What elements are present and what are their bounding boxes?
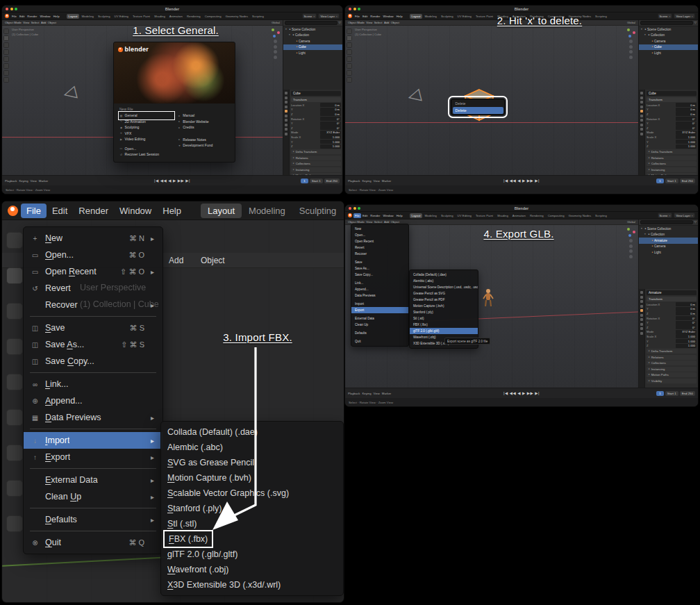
workspace-tab[interactable]: Modeling	[79, 14, 95, 19]
file-menu-item[interactable]: New	[351, 226, 408, 232]
splash-link[interactable]: ▸Manual	[178, 113, 229, 119]
splash-footer-link[interactable]: ▸Release Notes	[178, 137, 229, 143]
expand-icon[interactable]: ▾	[641, 228, 644, 231]
clear-icon[interactable]: ×	[669, 15, 670, 18]
transform-value-field[interactable]: 0 m	[676, 103, 697, 107]
file-menu-item[interactable]: ◫ Save Copy... ▸	[24, 353, 162, 370]
workspace-tab[interactable]: Sculpting	[439, 213, 456, 218]
properties-tab-icon[interactable]	[640, 92, 643, 94]
viewport-menu[interactable]: Object	[48, 21, 56, 24]
pan-button[interactable]	[629, 245, 633, 248]
workspace-tab[interactable]: Layout	[410, 14, 423, 19]
gizmo-y-axis[interactable]	[627, 28, 630, 31]
properties-tab-icon[interactable]	[640, 305, 643, 308]
current-frame-field[interactable]: 1	[656, 179, 663, 183]
outliner-row[interactable]: ▾ ● Light	[639, 249, 698, 256]
workspace-tab[interactable]: Layout	[201, 204, 242, 218]
tool-button[interactable]	[3, 77, 9, 83]
properties-tab-icon[interactable]	[285, 115, 288, 117]
tool-button[interactable]	[347, 28, 352, 34]
outliner-row[interactable]: ▾ ● Scene Collection	[283, 26, 342, 33]
menubar-menu[interactable]: Render	[73, 204, 114, 218]
zoom-button[interactable]	[629, 40, 633, 43]
tool-button[interactable]	[6, 409, 23, 426]
properties-tab-icon[interactable]	[640, 323, 643, 326]
import-menu-item[interactable]: Scalable Vector Graphics (.svg)	[161, 486, 343, 501]
add-menu[interactable]: Add	[169, 256, 183, 265]
file-menu-item[interactable]: External Data	[351, 315, 408, 322]
filter-icon[interactable]: ▽	[339, 22, 341, 25]
outliner-row[interactable]: ▾ ● Collection	[639, 232, 698, 238]
expand-icon[interactable]: ▾	[644, 233, 647, 236]
export-menu-item[interactable]: Grease Pencil as PDF	[410, 297, 478, 303]
clear-icon[interactable]: ×	[313, 15, 315, 18]
tool-button[interactable]	[347, 63, 352, 69]
frame-end-field[interactable]: End 250	[680, 391, 695, 396]
pan-button[interactable]	[274, 45, 277, 49]
file-menu-item[interactable]: ▭ Open Recent ⇧ ⌘ O ▸	[24, 263, 162, 280]
workspace-tab[interactable]: Shading	[152, 14, 167, 19]
properties-tab-icon[interactable]	[640, 106, 643, 108]
properties-tab-icon[interactable]	[285, 133, 288, 135]
properties-tab-icon[interactable]	[640, 110, 643, 113]
transform-value-field[interactable]: 0 m	[676, 307, 697, 311]
current-frame-field[interactable]: 1	[656, 391, 663, 396]
properties-tab-icon[interactable]	[640, 115, 643, 117]
frame-start-field[interactable]: Start 1	[665, 391, 678, 396]
collapsed-section[interactable]: ▸Relations	[291, 156, 341, 160]
workspace-tab[interactable]: Rendering	[528, 213, 546, 218]
collapsed-section[interactable]: ▸Collections	[291, 161, 341, 166]
collapsed-section[interactable]: ▸Motion Paths	[647, 372, 697, 377]
workspace-tab[interactable]: Layout	[67, 14, 80, 19]
navigation-gizmo[interactable]	[626, 28, 635, 59]
workspace-tab[interactable]: Scripting	[250, 14, 266, 19]
properties-tab-icon[interactable]	[285, 101, 288, 103]
menubar-menu[interactable]: File	[353, 213, 361, 218]
transform-value-field[interactable]: 1.000	[676, 344, 697, 348]
splash-link[interactable]: ▸Credits	[178, 124, 229, 131]
outliner-row[interactable]: ▾ ● Scene Collection	[639, 26, 698, 33]
file-menu-item[interactable]: Import	[351, 301, 408, 307]
file-menu-item[interactable]: Data Previews	[351, 292, 408, 299]
workspace-tab[interactable]: UV Editing	[112, 14, 131, 19]
zoom-window-button[interactable]	[358, 8, 360, 10]
export-menu-item[interactable]: Stl (.stl)	[410, 315, 478, 322]
splash-template-item[interactable]: ▶Video Editing	[119, 136, 174, 142]
viewport-menu[interactable]: Object	[391, 21, 399, 24]
export-menu-item[interactable]: Collada (Default) (.dae)	[410, 272, 478, 278]
tool-button[interactable]	[3, 63, 9, 69]
object-menu[interactable]: Object	[201, 256, 225, 265]
view-layer-selector[interactable]: View Layer×	[674, 13, 695, 19]
menubar-menu[interactable]: Window	[381, 213, 394, 218]
menubar-menu[interactable]: File	[353, 14, 361, 19]
properties-tab-icon[interactable]	[285, 124, 288, 126]
gizmo-z-axis[interactable]	[628, 35, 631, 38]
camera-wireframe-icon[interactable]: ◁	[61, 83, 78, 102]
transform-value-field[interactable]: 0°	[320, 122, 341, 126]
collapsed-section[interactable]: ▸Instancing	[291, 167, 341, 172]
menubar-menu[interactable]: Edit	[361, 213, 369, 218]
zoom-button[interactable]	[274, 40, 277, 43]
close-window-button[interactable]	[349, 207, 351, 210]
file-menu-item[interactable]: Append...	[351, 286, 408, 292]
import-menu-item[interactable]: Collada (Default) (.dae)	[161, 424, 343, 440]
properties-tab-icon[interactable]	[640, 133, 643, 135]
gizmo-y-axis[interactable]	[627, 228, 630, 231]
splash-template-item[interactable]: ✳VFX	[119, 131, 174, 137]
outliner-row[interactable]: ▾ ● Collection	[639, 33, 698, 39]
tool-button[interactable]	[6, 515, 23, 532]
outliner-row[interactable]: ▾ ● Cube	[283, 44, 342, 51]
tool-button[interactable]	[347, 49, 352, 55]
pan-button[interactable]	[629, 45, 633, 49]
export-menu-item[interactable]: Motion Capture (.bvh)	[410, 303, 478, 309]
transform-value-field[interactable]: 0 m	[676, 311, 697, 315]
tool-button[interactable]	[6, 374, 23, 390]
close-window-button[interactable]	[6, 8, 8, 10]
file-menu-item[interactable]: Save As...	[351, 265, 408, 272]
gizmo-x-axis[interactable]	[277, 31, 280, 34]
transform-value-field[interactable]: 0°	[676, 325, 697, 329]
transform-value-field[interactable]: XYZ Euler	[676, 330, 697, 334]
transform-value-field[interactable]: 0°	[320, 126, 341, 130]
gizmo-z-axis[interactable]	[273, 35, 276, 38]
file-menu-item[interactable]: Link...	[351, 280, 408, 286]
